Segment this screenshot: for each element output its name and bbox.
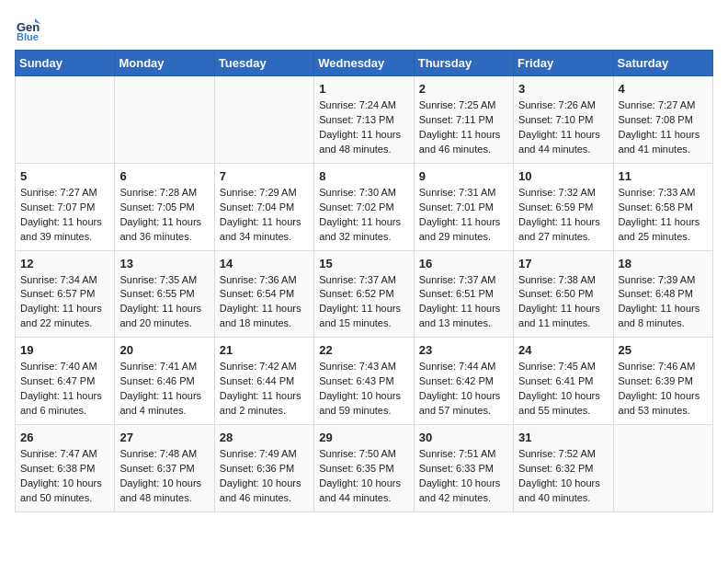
day-info: Sunrise: 7:27 AM Sunset: 7:07 PM Dayligh…	[20, 186, 109, 245]
calendar-cell	[214, 76, 313, 164]
day-number: 17	[518, 257, 608, 270]
calendar-cell: 20Sunrise: 7:41 AM Sunset: 6:46 PM Dayli…	[115, 338, 214, 425]
calendar-cell: 19Sunrise: 7:40 AM Sunset: 6:47 PM Dayli…	[16, 338, 115, 425]
calendar-cell: 21Sunrise: 7:42 AM Sunset: 6:44 PM Dayli…	[214, 338, 313, 425]
calendar-cell: 9Sunrise: 7:31 AM Sunset: 7:01 PM Daylig…	[414, 163, 513, 250]
day-info: Sunrise: 7:44 AM Sunset: 6:42 PM Dayligh…	[419, 360, 508, 419]
day-info: Sunrise: 7:33 AM Sunset: 6:58 PM Dayligh…	[619, 186, 708, 245]
day-number: 25	[619, 343, 708, 357]
day-number: 5	[20, 169, 109, 183]
day-number: 22	[319, 343, 408, 357]
day-number: 12	[20, 257, 109, 270]
day-info: Sunrise: 7:43 AM Sunset: 6:43 PM Dayligh…	[319, 360, 408, 419]
calendar-cell: 25Sunrise: 7:46 AM Sunset: 6:39 PM Dayli…	[613, 338, 712, 425]
logo: General Blue	[15, 15, 44, 40]
calendar-table: SundayMondayTuesdayWednesdayThursdayFrid…	[15, 50, 713, 512]
day-number: 27	[119, 431, 209, 444]
day-number: 1	[319, 82, 408, 96]
day-info: Sunrise: 7:49 AM Sunset: 6:36 PM Dayligh…	[220, 447, 309, 506]
day-info: Sunrise: 7:26 AM Sunset: 7:10 PM Dayligh…	[518, 98, 608, 157]
day-info: Sunrise: 7:42 AM Sunset: 6:44 PM Dayligh…	[220, 360, 309, 419]
day-number: 24	[518, 343, 608, 357]
calendar-cell: 27Sunrise: 7:48 AM Sunset: 6:37 PM Dayli…	[115, 425, 214, 512]
day-info: Sunrise: 7:46 AM Sunset: 6:39 PM Dayligh…	[619, 360, 708, 419]
calendar-cell: 23Sunrise: 7:44 AM Sunset: 6:42 PM Dayli…	[414, 338, 513, 425]
day-number: 4	[619, 82, 708, 96]
day-info: Sunrise: 7:27 AM Sunset: 7:08 PM Dayligh…	[619, 98, 708, 157]
day-number: 7	[220, 169, 309, 183]
header-cell-sunday: Sunday	[16, 51, 115, 76]
day-number: 15	[319, 257, 408, 270]
day-info: Sunrise: 7:38 AM Sunset: 6:50 PM Dayligh…	[518, 273, 608, 332]
calendar-row: 1Sunrise: 7:24 AM Sunset: 7:13 PM Daylig…	[16, 76, 713, 164]
calendar-cell: 17Sunrise: 7:38 AM Sunset: 6:50 PM Dayli…	[514, 250, 613, 338]
day-info: Sunrise: 7:51 AM Sunset: 6:33 PM Dayligh…	[419, 447, 508, 506]
day-number: 18	[619, 257, 708, 270]
header: General Blue	[15, 15, 713, 40]
day-info: Sunrise: 7:41 AM Sunset: 6:46 PM Dayligh…	[119, 360, 209, 419]
header-row: SundayMondayTuesdayWednesdayThursdayFrid…	[16, 51, 713, 76]
day-info: Sunrise: 7:30 AM Sunset: 7:02 PM Dayligh…	[319, 186, 408, 245]
day-info: Sunrise: 7:39 AM Sunset: 6:48 PM Dayligh…	[619, 273, 708, 332]
calendar-cell	[16, 76, 115, 164]
day-info: Sunrise: 7:45 AM Sunset: 6:41 PM Dayligh…	[518, 360, 608, 419]
day-info: Sunrise: 7:40 AM Sunset: 6:47 PM Dayligh…	[20, 360, 109, 419]
day-number: 3	[518, 82, 608, 96]
day-number: 20	[119, 343, 209, 357]
calendar-cell: 5Sunrise: 7:27 AM Sunset: 7:07 PM Daylig…	[16, 163, 115, 250]
day-info: Sunrise: 7:52 AM Sunset: 6:32 PM Dayligh…	[518, 447, 608, 506]
day-number: 10	[518, 169, 608, 183]
calendar-cell: 2Sunrise: 7:25 AM Sunset: 7:11 PM Daylig…	[414, 76, 513, 164]
calendar-cell: 11Sunrise: 7:33 AM Sunset: 6:58 PM Dayli…	[613, 163, 712, 250]
day-info: Sunrise: 7:28 AM Sunset: 7:05 PM Dayligh…	[119, 186, 209, 245]
day-info: Sunrise: 7:47 AM Sunset: 6:38 PM Dayligh…	[20, 447, 109, 506]
day-number: 2	[419, 82, 508, 96]
day-info: Sunrise: 7:24 AM Sunset: 7:13 PM Dayligh…	[319, 98, 408, 157]
calendar-cell: 12Sunrise: 7:34 AM Sunset: 6:57 PM Dayli…	[16, 250, 115, 338]
calendar-cell: 28Sunrise: 7:49 AM Sunset: 6:36 PM Dayli…	[214, 425, 313, 512]
day-info: Sunrise: 7:35 AM Sunset: 6:55 PM Dayligh…	[119, 273, 209, 332]
calendar-cell: 15Sunrise: 7:37 AM Sunset: 6:52 PM Dayli…	[314, 250, 414, 338]
calendar-cell: 10Sunrise: 7:32 AM Sunset: 6:59 PM Dayli…	[514, 163, 613, 250]
day-info: Sunrise: 7:37 AM Sunset: 6:51 PM Dayligh…	[419, 273, 508, 332]
day-number: 6	[119, 169, 209, 183]
calendar-row: 12Sunrise: 7:34 AM Sunset: 6:57 PM Dayli…	[16, 250, 713, 338]
calendar-row: 19Sunrise: 7:40 AM Sunset: 6:47 PM Dayli…	[16, 338, 713, 425]
header-cell-monday: Monday	[115, 51, 214, 76]
header-cell-wednesday: Wednesday	[314, 51, 414, 76]
day-info: Sunrise: 7:29 AM Sunset: 7:04 PM Dayligh…	[220, 186, 309, 245]
calendar-cell: 22Sunrise: 7:43 AM Sunset: 6:43 PM Dayli…	[314, 338, 414, 425]
calendar-cell	[613, 425, 712, 512]
day-number: 29	[319, 431, 408, 444]
calendar-cell: 4Sunrise: 7:27 AM Sunset: 7:08 PM Daylig…	[613, 76, 712, 164]
day-info: Sunrise: 7:34 AM Sunset: 6:57 PM Dayligh…	[20, 273, 109, 332]
day-number: 9	[419, 169, 508, 183]
calendar-header: SundayMondayTuesdayWednesdayThursdayFrid…	[16, 51, 713, 76]
calendar-cell: 30Sunrise: 7:51 AM Sunset: 6:33 PM Dayli…	[414, 425, 513, 512]
calendar-row: 5Sunrise: 7:27 AM Sunset: 7:07 PM Daylig…	[16, 163, 713, 250]
header-cell-tuesday: Tuesday	[214, 51, 313, 76]
calendar-cell: 31Sunrise: 7:52 AM Sunset: 6:32 PM Dayli…	[514, 425, 613, 512]
calendar-cell: 18Sunrise: 7:39 AM Sunset: 6:48 PM Dayli…	[613, 250, 712, 338]
day-number: 21	[220, 343, 309, 357]
day-info: Sunrise: 7:50 AM Sunset: 6:35 PM Dayligh…	[319, 447, 408, 506]
calendar-cell: 3Sunrise: 7:26 AM Sunset: 7:10 PM Daylig…	[514, 76, 613, 164]
header-cell-friday: Friday	[514, 51, 613, 76]
day-number: 11	[619, 169, 708, 183]
day-info: Sunrise: 7:36 AM Sunset: 6:54 PM Dayligh…	[220, 273, 309, 332]
logo-icon: General Blue	[15, 15, 40, 40]
calendar-body: 1Sunrise: 7:24 AM Sunset: 7:13 PM Daylig…	[16, 76, 713, 512]
calendar-row: 26Sunrise: 7:47 AM Sunset: 6:38 PM Dayli…	[16, 425, 713, 512]
svg-text:Blue: Blue	[17, 31, 39, 40]
day-number: 16	[419, 257, 508, 270]
calendar-cell: 24Sunrise: 7:45 AM Sunset: 6:41 PM Dayli…	[514, 338, 613, 425]
day-number: 8	[319, 169, 408, 183]
day-info: Sunrise: 7:31 AM Sunset: 7:01 PM Dayligh…	[419, 186, 508, 245]
day-info: Sunrise: 7:37 AM Sunset: 6:52 PM Dayligh…	[319, 273, 408, 332]
calendar-cell: 16Sunrise: 7:37 AM Sunset: 6:51 PM Dayli…	[414, 250, 513, 338]
calendar-cell: 7Sunrise: 7:29 AM Sunset: 7:04 PM Daylig…	[214, 163, 313, 250]
calendar-cell: 26Sunrise: 7:47 AM Sunset: 6:38 PM Dayli…	[16, 425, 115, 512]
day-number: 28	[220, 431, 309, 444]
calendar-cell: 6Sunrise: 7:28 AM Sunset: 7:05 PM Daylig…	[115, 163, 214, 250]
header-cell-thursday: Thursday	[414, 51, 513, 76]
